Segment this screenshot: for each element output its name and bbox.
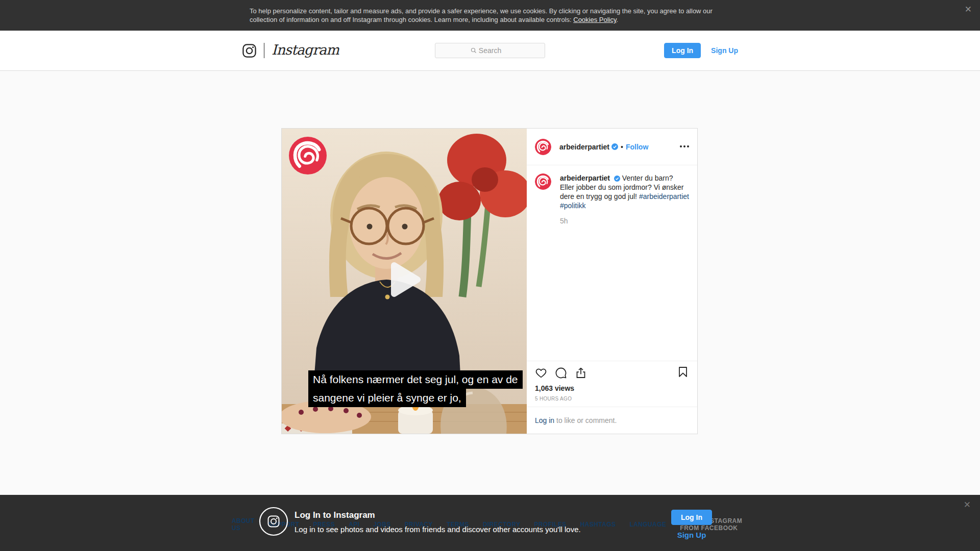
save-icon[interactable] bbox=[677, 366, 689, 378]
instagram-logo[interactable]: Instagram bbox=[242, 42, 339, 60]
avatar[interactable] bbox=[535, 173, 551, 190]
post-age: 5h bbox=[560, 217, 689, 225]
header-actions: Log In Sign Up bbox=[664, 43, 738, 58]
avatar[interactable] bbox=[535, 139, 551, 155]
username-link[interactable]: arbeiderpartiet bbox=[559, 143, 609, 151]
login-button[interactable]: Log In bbox=[664, 43, 701, 58]
like-icon[interactable] bbox=[535, 367, 547, 379]
signup-link[interactable]: Sign Up bbox=[711, 46, 738, 55]
post-header: arbeiderpartiet • Follow bbox=[527, 129, 697, 165]
hashtag-link[interactable]: #politikk bbox=[560, 202, 586, 210]
verified-badge-icon bbox=[611, 143, 618, 150]
cookie-banner: To help personalize content, tailor and … bbox=[0, 0, 980, 31]
instagram-camera-icon bbox=[242, 43, 257, 58]
post-body: arbeiderpartiet Venter du barn? Eller jo… bbox=[527, 165, 697, 361]
instagram-circle-icon bbox=[259, 507, 288, 536]
banner-subtitle: Log in to see photos and videos from fri… bbox=[295, 525, 581, 534]
bottom-login-banner: ABOUT US SUPPORT PRESS API JOBS PRIVACY … bbox=[0, 495, 980, 551]
search-box[interactable] bbox=[435, 43, 545, 58]
cookie-message: To help personalize content, tailor and … bbox=[250, 7, 713, 23]
logo-divider bbox=[264, 43, 264, 58]
share-icon[interactable] bbox=[575, 367, 587, 379]
more-options-icon[interactable] bbox=[680, 145, 689, 147]
login-banner-content: Log In to Instagram Log in to see photos… bbox=[232, 495, 748, 551]
verified-badge-icon bbox=[614, 176, 620, 182]
subtitle-line: Nå folkens nærmer det seg jul, og en av … bbox=[308, 370, 523, 389]
username-link[interactable]: arbeiderpartiet bbox=[560, 174, 610, 182]
separator-dot: • bbox=[621, 143, 623, 151]
close-icon[interactable]: ✕ bbox=[965, 5, 972, 14]
top-navbar: Instagram Log In Sign Up bbox=[0, 31, 980, 71]
post-caption: arbeiderpartiet Venter du barn? Eller jo… bbox=[560, 173, 689, 210]
arbeiderpartiet-rose-logo bbox=[289, 137, 327, 174]
login-button[interactable]: Log In bbox=[671, 510, 712, 525]
video-subtitles: Nå folkens nærmer det seg jul, og en av … bbox=[308, 370, 523, 407]
signup-link[interactable]: Sign Up bbox=[671, 531, 712, 539]
login-link[interactable]: Log in bbox=[535, 416, 554, 424]
follow-button[interactable]: Follow bbox=[626, 143, 648, 151]
close-icon[interactable]: ✕ bbox=[964, 500, 971, 509]
banner-title: Log In to Instagram bbox=[295, 510, 375, 520]
post-card: Nå folkens nærmer det seg jul, og en av … bbox=[281, 128, 698, 434]
comment-hint: to like or comment. bbox=[554, 416, 617, 424]
post-sidebar: arbeiderpartiet • Follow arbeiderpartiet… bbox=[527, 129, 697, 434]
subtitle-line: sangene vi pleier å synge er jo, bbox=[308, 389, 466, 407]
comment-icon[interactable] bbox=[555, 367, 567, 379]
hashtag-link[interactable]: #arbeiderpartiet bbox=[639, 192, 689, 201]
cookies-policy-link[interactable]: Cookies Policy bbox=[573, 16, 616, 23]
search-icon bbox=[471, 47, 477, 54]
view-count[interactable]: 1,063 views bbox=[535, 384, 689, 392]
cookie-text: To help personalize content, tailor and … bbox=[250, 0, 730, 24]
instagram-wordmark: Instagram bbox=[272, 42, 339, 60]
cookie-suffix: . bbox=[617, 16, 619, 23]
post-timestamp: 5 HOURS AGO bbox=[535, 396, 689, 402]
search-input[interactable] bbox=[435, 43, 545, 58]
post-actions: 1,063 views 5 HOURS AGO bbox=[527, 361, 697, 407]
comment-login-row: Log in to like or comment. bbox=[527, 407, 697, 434]
video-player[interactable]: Nå folkens nærmer det seg jul, og en av … bbox=[282, 129, 527, 434]
play-icon[interactable] bbox=[390, 261, 422, 298]
